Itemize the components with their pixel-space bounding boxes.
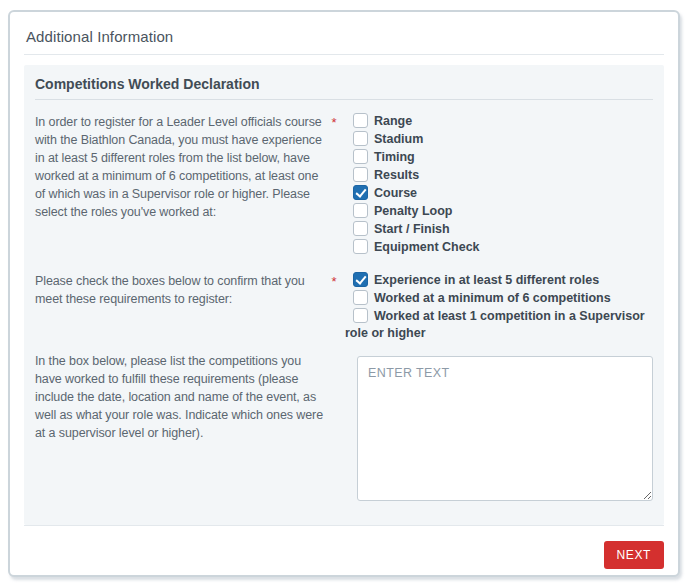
section-title: Competitions Worked Declaration [35,76,653,92]
checkbox-row-start-finish[interactable]: Start / Finish [345,221,653,238]
checkbox-row-course[interactable]: Course [345,185,653,202]
checkbox-penalty-loop[interactable] [353,203,368,218]
checkbox-range[interactable] [353,113,368,128]
checkbox-equipment-check[interactable] [353,239,368,254]
checkbox-course[interactable] [353,185,368,200]
checkbox-label: Equipment Check [374,240,480,254]
required-asterisk: * [323,113,345,131]
checkbox-row-equipment-check[interactable]: Equipment Check [345,239,653,256]
checkbox-label: Range [374,114,412,128]
checkbox-label: Worked at a minimum of 6 competitions [374,291,611,305]
checkbox-label: Worked at least 1 competition in a Super… [345,309,645,340]
checkbox-minimum-6-competitions[interactable] [353,290,368,305]
checkbox-start-finish[interactable] [353,221,368,236]
checkbox-label: Experience in at least 5 different roles [374,273,599,287]
checkbox-supervisor-role[interactable] [353,308,368,323]
checkbox-row-experience-5-roles[interactable]: Experience in at least 5 different roles [345,272,653,289]
checkbox-stadium[interactable] [353,131,368,146]
competitions-worked-declaration-section: Competitions Worked Declaration In order… [24,65,664,525]
additional-information-card: Additional Information Competitions Work… [8,10,680,577]
checkbox-label: Penalty Loop [374,204,452,218]
checkbox-row-results[interactable]: Results [345,167,653,184]
question-competitions-list: In the box below, please list the compet… [35,352,653,501]
divider [24,54,664,55]
competitions-list-answer [345,352,653,501]
divider [35,99,653,100]
checkbox-label: Start / Finish [374,222,450,236]
form-footer: NEXT [24,541,664,569]
confirm-checkbox-group: Experience in at least 5 different roles… [345,272,653,343]
checkbox-row-range[interactable]: Range [345,113,653,130]
required-asterisk: * [323,272,345,290]
checkbox-label: Results [374,168,419,182]
required-asterisk-placeholder [323,352,345,354]
checkbox-row-penalty-loop[interactable]: Penalty Loop [345,203,653,220]
checkbox-experience-5-roles[interactable] [353,272,368,287]
checkbox-row-supervisor-role[interactable]: Worked at least 1 competition in a Super… [345,308,653,342]
next-button[interactable]: NEXT [604,541,664,569]
question-text: In order to register for a Leader Level … [35,113,323,221]
checkbox-row-minimum-6-competitions[interactable]: Worked at a minimum of 6 competitions [345,290,653,307]
competitions-list-textarea[interactable] [357,356,653,501]
divider [24,525,664,526]
checkbox-label: Course [374,186,417,200]
checkbox-row-timing[interactable]: Timing [345,149,653,166]
checkbox-label: Timing [374,150,415,164]
question-roles-worked: In order to register for a Leader Level … [35,113,653,257]
roles-checkbox-group: Range Stadium Timing Results Course Pena… [345,113,653,257]
checkbox-row-stadium[interactable]: Stadium [345,131,653,148]
checkbox-results[interactable] [353,167,368,182]
question-confirm-requirements: Please check the boxes below to confirm … [35,272,653,343]
question-text: In the box below, please list the compet… [35,352,323,442]
question-text: Please check the boxes below to confirm … [35,272,323,308]
page-title: Additional Information [26,28,662,45]
checkbox-timing[interactable] [353,149,368,164]
checkbox-label: Stadium [374,132,423,146]
